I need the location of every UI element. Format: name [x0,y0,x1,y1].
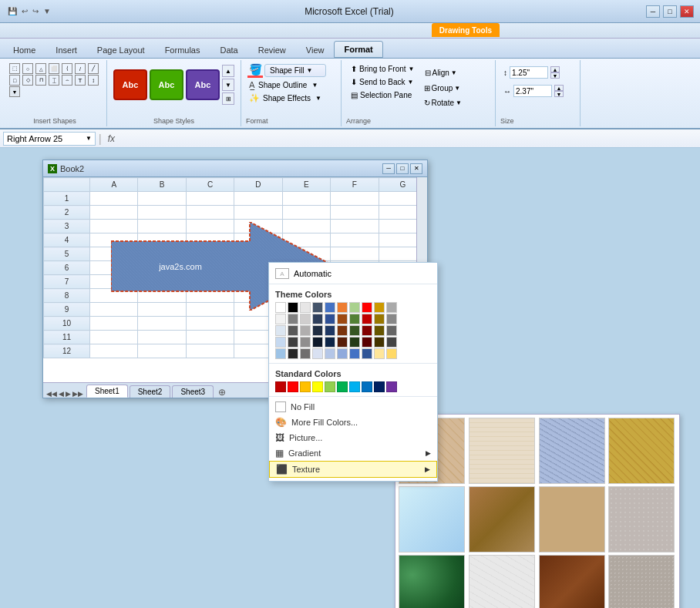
cell-f1[interactable] [331,192,379,206]
shape-icon-7[interactable]: ╱ [88,63,99,74]
row-header-12[interactable]: 12 [44,344,90,358]
col-header-b[interactable]: B [138,178,186,192]
theme-color-swatch[interactable] [325,314,335,324]
style-scroll-down[interactable]: ▼ [222,79,234,91]
cell-b11[interactable] [138,331,186,344]
theme-color-swatch[interactable] [312,337,323,348]
theme-color-swatch[interactable] [325,302,335,313]
row-header-3[interactable]: 3 [44,220,90,233]
theme-color-swatch[interactable] [349,314,360,324]
cell-c10[interactable] [186,317,234,331]
theme-color-swatch[interactable] [325,348,335,359]
cell-a12[interactable] [90,344,138,358]
theme-color-swatch[interactable] [337,325,348,336]
shape-icon-2[interactable]: ○ [22,63,33,74]
shape-icon-10[interactable]: ⊓ [35,75,46,86]
cell-f2[interactable] [331,206,379,220]
theme-color-swatch[interactable] [275,302,286,313]
texture-woven[interactable] [608,418,675,484]
theme-color-swatch[interactable] [312,325,323,336]
texture-gray-granite[interactable] [608,555,675,608]
cell-b12[interactable] [138,344,186,358]
send-to-back-btn[interactable]: ⬇ Send to Back ▼ [348,76,418,88]
theme-color-swatch[interactable] [386,314,397,324]
row-header-2[interactable]: 2 [44,206,90,220]
send-back-arrow[interactable]: ▼ [407,79,413,86]
texture-canvas[interactable] [469,418,535,484]
height-down-btn[interactable]: ▼ [550,72,560,79]
row-header-4[interactable]: 4 [44,233,90,247]
theme-color-swatch[interactable] [312,314,323,324]
style-box-red[interactable]: Abc [113,69,147,100]
maximize-btn[interactable]: □ [663,5,677,18]
row-header-10[interactable]: 10 [44,317,90,331]
theme-color-swatch[interactable] [288,325,298,336]
cell-b1[interactable] [138,192,186,206]
name-box[interactable]: Right Arrow 25 ▼ [3,132,96,146]
std-color-lightblue[interactable] [349,381,360,392]
style-box-purple[interactable]: Abc [186,69,220,100]
tab-insert[interactable]: Insert [45,42,87,58]
cell-a2[interactable] [90,206,138,220]
shape-fill-dropdown-arrow[interactable]: ▼ [306,67,312,74]
theme-color-swatch[interactable] [362,337,372,348]
theme-color-swatch[interactable] [386,325,397,336]
cell-d1[interactable] [234,192,282,206]
cell-a11[interactable] [90,331,138,344]
theme-color-swatch[interactable] [275,348,286,359]
save-quick-btn[interactable]: 💾 [6,6,19,16]
col-header-f[interactable]: F [331,178,379,192]
std-color-darkblue[interactable] [374,381,385,392]
theme-color-swatch[interactable] [374,302,385,313]
std-color-red[interactable] [288,381,298,392]
theme-color-swatch[interactable] [337,302,348,313]
cell-c11[interactable] [186,331,234,344]
shape-icon-4[interactable]: ⬜ [49,63,59,74]
cell-a10[interactable] [90,317,138,331]
row-header-5[interactable]: 5 [44,247,90,261]
gradient-option[interactable]: ▦ Gradient ▶ [269,445,437,461]
minimize-btn[interactable]: ─ [646,5,660,18]
tab-formulas[interactable]: Formulas [155,42,210,58]
cell-e1[interactable] [282,192,330,206]
theme-color-swatch[interactable] [337,314,348,324]
cell-b10[interactable] [138,317,186,331]
style-scroll-up[interactable]: ▲ [222,65,234,77]
texture-crumpled[interactable] [469,486,535,553]
picture-option[interactable]: 🖼 Picture... [269,430,437,445]
bring-to-front-btn[interactable]: ⬆ Bring to Front ▼ [348,63,418,75]
width-input[interactable] [513,85,552,97]
theme-color-swatch[interactable] [374,348,385,359]
tab-format[interactable]: Format [334,41,382,58]
tab-view[interactable]: View [296,42,335,58]
add-sheet-btn[interactable]: ⊕ [215,387,229,398]
theme-color-swatch[interactable] [312,302,323,313]
shape-effects-arrow[interactable]: ▼ [315,95,321,102]
selection-pane-btn[interactable]: ▤ Selection Pane [348,89,418,101]
sheet-tab-1[interactable]: Sheet1 [86,385,128,398]
sheet-next-btn[interactable]: ▶ [66,390,71,398]
tab-data[interactable]: Data [210,42,247,58]
texture-granite[interactable] [608,486,675,553]
theme-color-swatch[interactable] [386,337,397,348]
cell-f3[interactable] [331,220,379,233]
theme-color-swatch[interactable] [288,302,298,313]
shape-icon-8[interactable]: □ [9,75,20,86]
redo-quick-btn[interactable]: ↪ [31,6,40,16]
std-color-purple[interactable] [386,381,397,392]
std-color-darkred[interactable] [275,381,286,392]
shape-icon-12[interactable]: ⌢ [62,75,72,86]
style-expand[interactable]: ⊞ [222,92,234,105]
theme-color-swatch[interactable] [362,348,372,359]
shape-icon-5[interactable]: ⟨ [62,63,72,74]
cell-d2[interactable] [234,206,282,220]
cell-e2[interactable] [282,206,330,220]
theme-color-swatch[interactable] [386,302,397,313]
theme-color-swatch[interactable] [337,348,348,359]
theme-color-swatch[interactable] [362,325,372,336]
theme-color-swatch[interactable] [275,314,286,324]
sheet-tab-2[interactable]: Sheet2 [130,385,171,398]
shape-icon-1[interactable]: ⬚ [9,63,20,74]
shape-icon-13[interactable]: T [75,75,86,86]
theme-color-swatch[interactable] [337,337,348,348]
